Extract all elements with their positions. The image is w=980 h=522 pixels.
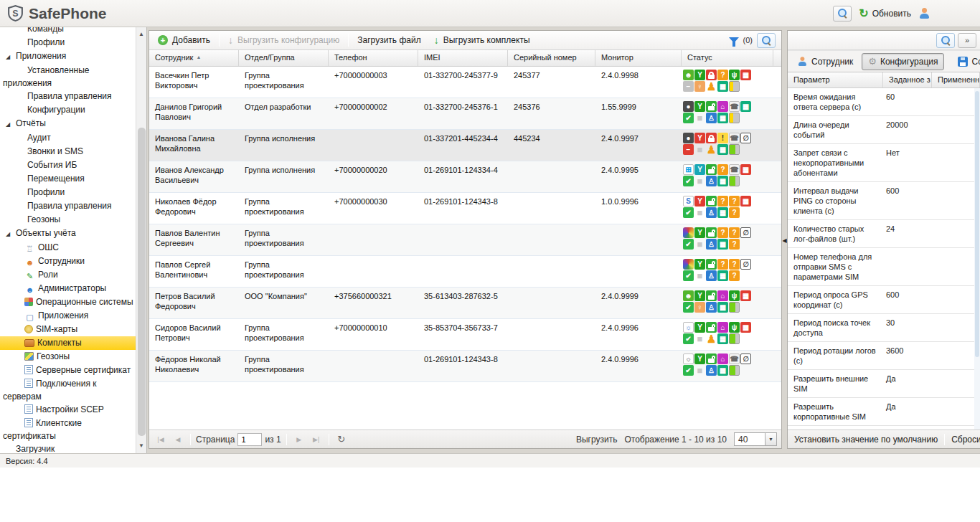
export-config-button[interactable]: ↓ Выгрузить конфигурацию <box>222 33 345 47</box>
table-row[interactable]: Павлов Валентин СергеевичГруппа проектир… <box>149 224 781 256</box>
tree-expand-icon[interactable]: ◢ <box>6 51 16 64</box>
sidebar-item[interactable]: Комплекты <box>0 336 136 350</box>
sidebar-item[interactable]: SIM-карты <box>0 323 136 336</box>
export-link[interactable]: Выгрузить <box>576 435 618 445</box>
sidebar-item[interactable]: Подключения к серверам <box>0 377 136 403</box>
save-button[interactable]: Сохр <box>951 53 980 70</box>
tab-configuration[interactable]: ⚙ Конфигурация <box>862 53 944 70</box>
column-header[interactable]: Телефон <box>329 50 418 66</box>
sidebar-item[interactable]: Серверные сертификат <box>0 364 136 377</box>
tree-expand-icon[interactable]: ◢ <box>6 118 16 131</box>
load-file-button[interactable]: Загрузить файл <box>352 33 426 47</box>
sidebar-item[interactable]: Установленные приложения <box>0 64 136 90</box>
table-row[interactable]: Иванов Александр ВасильевичГруппа исполн… <box>149 161 781 193</box>
sidebar-item[interactable]: ▢Приложения <box>0 309 136 323</box>
param-row[interactable]: Разрешить работать без SIMДа <box>788 426 974 430</box>
sidebar-item[interactable]: События ИБ <box>0 158 136 172</box>
param-column-header[interactable]: Примененн <box>932 72 980 87</box>
scroll-down-icon[interactable]: ▼ <box>136 440 146 452</box>
column-header[interactable]: Монитор <box>595 50 682 66</box>
sidebar-tree: КомандыПрофили◢ПриложенияУстановленные п… <box>0 27 136 453</box>
collapse-arrow-icon[interactable]: ◀ <box>782 237 786 244</box>
reset-button[interactable]: Сбросить <box>945 432 980 447</box>
param-row[interactable]: Количество старых лог-файлов (шт.)24 <box>788 220 974 248</box>
param-row[interactable]: Время ожидания ответа сервера (с)60 <box>788 88 974 116</box>
sidebar-item[interactable]: Настройки SCEP <box>0 403 136 417</box>
sidebar-item[interactable]: Профили <box>0 36 136 49</box>
param-row[interactable]: Запрет связи с некорпоративными абонента… <box>788 144 974 182</box>
table-row[interactable]: Данилов Григорий ПавловичОтдел разработк… <box>149 98 781 130</box>
table-search-button[interactable] <box>757 33 776 48</box>
page-input[interactable] <box>237 433 262 446</box>
param-row[interactable]: Период ротации логов (с)3600 <box>788 342 974 370</box>
params-scrollbar[interactable] <box>974 88 980 430</box>
scrollbar-thumb[interactable] <box>975 91 979 357</box>
table-row[interactable]: Фёдоров Николай НиколаевичГруппа проекти… <box>149 351 781 382</box>
sidebar-item[interactable]: Звонки и SMS <box>0 145 136 158</box>
sidebar-item[interactable]: Операционные системы <box>0 295 136 309</box>
page-size-select[interactable]: 40 ▼ <box>734 432 777 446</box>
sidebar-item[interactable]: ☻Администраторы <box>0 282 136 295</box>
param-applied-value <box>932 116 974 143</box>
sidebar-item[interactable]: Профили <box>0 186 136 199</box>
add-button[interactable]: + Добавить <box>152 33 216 47</box>
table-row[interactable]: Сидоров Василий ПетровичГруппа проектиро… <box>149 319 781 351</box>
sidebar-scrollbar[interactable]: ▲ ▼ <box>136 27 146 453</box>
param-row[interactable]: Период поиска точек доступа30 <box>788 314 974 342</box>
export-kits-button[interactable]: ↓ Выгрузить комплекты <box>428 33 536 47</box>
sidebar-item[interactable]: ◢Объекты учёта <box>0 227 136 241</box>
sidebar-item[interactable]: ✎Роли <box>0 268 136 282</box>
sidebar-item[interactable]: Правила управления <box>0 90 136 103</box>
param-row[interactable]: Номер телефона для отправки SMS с параме… <box>788 248 974 286</box>
last-page-button[interactable]: ▶| <box>309 433 324 446</box>
column-header[interactable]: Статус <box>682 50 773 66</box>
filter-icon[interactable] <box>729 37 739 43</box>
param-column-header[interactable]: Параметр <box>788 72 883 87</box>
column-header[interactable]: Серийный номер <box>508 50 595 66</box>
user-profile-icon[interactable] <box>918 8 930 19</box>
sidebar-item[interactable]: Правила управления <box>0 199 136 213</box>
column-header[interactable]: IMEI <box>418 50 508 66</box>
details-search-button[interactable] <box>936 33 955 48</box>
pager-refresh-icon[interactable]: ↻ <box>334 433 349 446</box>
param-row[interactable]: Разрешить корпоративные SIMДа <box>788 398 974 426</box>
param-row[interactable]: Длина очереди событий20000 <box>788 116 974 144</box>
table-row[interactable]: Васечкин Петр ВикторовичГруппа проектиро… <box>149 67 781 98</box>
scrollbar-thumb[interactable] <box>138 128 146 436</box>
table-row[interactable]: Николаев Фёдор ФедоровичГруппа проектиро… <box>149 193 781 224</box>
tree-expand-icon[interactable]: ◢ <box>6 228 16 241</box>
first-page-button[interactable]: |◀ <box>154 433 168 446</box>
sidebar-item[interactable]: ♖ОШС <box>0 241 136 255</box>
table-row[interactable]: Иванова Галина МихайловнаГруппа исполнен… <box>149 130 781 161</box>
table-row[interactable]: Петров Василий ФедоровичООО "Компания"+3… <box>149 288 781 319</box>
sidebar-item[interactable]: Конфигурации <box>0 103 136 117</box>
param-column-header[interactable]: Заданное з <box>883 72 932 87</box>
next-page-button[interactable]: ▶ <box>292 433 306 446</box>
prev-page-button[interactable]: ◀ <box>171 433 185 446</box>
param-row[interactable]: Интервал выдачи PING со стороны клиента … <box>788 182 974 220</box>
sidebar-item[interactable]: Перемещения <box>0 172 136 186</box>
sidebar-item[interactable]: Геозоны <box>0 350 136 364</box>
scroll-up-icon[interactable]: ▲ <box>136 29 146 40</box>
param-row[interactable]: Разрешить внешние SIMДа <box>788 370 974 398</box>
table-row[interactable]: Павлов Сергей ВалентиновичГруппа проекти… <box>149 256 781 288</box>
header-search-button[interactable] <box>833 6 852 22</box>
sidebar-item[interactable]: ◢Отчёты <box>0 117 136 131</box>
wifi-icon: ψ <box>729 70 740 80</box>
sidebar-item[interactable]: ☻Сотрудники <box>0 255 136 268</box>
refresh-button[interactable]: ↻ Обновить <box>859 8 911 19</box>
param-row[interactable]: Период опроса GPS координат (с)600 <box>788 286 974 314</box>
sidebar-item[interactable]: ◢Приложения <box>0 49 136 64</box>
sidebar-item[interactable]: Аудит <box>0 131 136 145</box>
table-cell-monitor <box>595 224 682 255</box>
tab-employee[interactable]: Сотрудник <box>790 52 859 70</box>
sidebar-item[interactable]: Геозоны <box>0 213 136 227</box>
set-default-button[interactable]: Установить значение по умолчанию <box>788 432 944 447</box>
column-header[interactable]: Отдел/Группа <box>239 50 329 66</box>
panel-splitter[interactable]: ◀ <box>782 27 787 453</box>
sidebar-item[interactable]: Клиентские сертификаты <box>0 417 136 442</box>
expand-panel-button[interactable]: » <box>958 33 976 48</box>
sidebar-item[interactable]: Загрузчик <box>0 442 136 453</box>
sidebar-item[interactable]: Команды <box>0 27 136 36</box>
column-header[interactable]: Сотрудник▲ <box>149 50 239 66</box>
